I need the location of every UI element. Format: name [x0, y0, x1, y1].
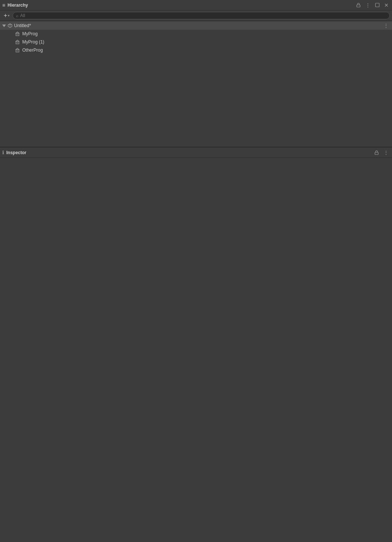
game-object-row[interactable]: MyProg — [0, 30, 392, 38]
game-object-name: MyProg (1) — [22, 39, 44, 45]
hierarchy-panel: ≡ Hierarchy ⋮ — [0, 0, 392, 147]
more-options-button[interactable]: ⋮ — [364, 2, 372, 9]
inspector-more-button[interactable]: ⋮ — [382, 149, 390, 156]
titlebar-left: ≡ Hierarchy — [2, 2, 28, 8]
search-icon: ⌕ — [16, 13, 19, 18]
scene-left: Untitled* — [2, 23, 31, 28]
cube-icon — [15, 39, 20, 45]
inspector-left: ℹ Inspector — [2, 150, 26, 155]
scene-name: Untitled* — [14, 23, 31, 28]
svg-marker-6 — [16, 32, 19, 33]
three-dots-icon: ⋮ — [365, 3, 370, 8]
game-object-row[interactable]: MyProg (1) — [0, 38, 392, 46]
svg-marker-13 — [16, 40, 19, 42]
scene-icon — [7, 23, 13, 28]
game-object-name: OtherProg — [22, 48, 43, 53]
search-box[interactable]: ⌕ — [13, 12, 390, 19]
three-dots-icon: ⋮ — [383, 150, 389, 155]
hierarchy-list: Untitled* ⋮ MyProg — [0, 21, 392, 147]
svg-rect-1 — [376, 3, 379, 7]
plus-icon: + — [4, 12, 7, 19]
expand-icon — [2, 25, 6, 27]
svg-rect-26 — [375, 152, 378, 155]
close-icon: ✕ — [384, 3, 389, 8]
hierarchy-toolbar: + ▾ ⌕ — [0, 10, 392, 21]
close-button[interactable]: ✕ — [383, 2, 390, 9]
game-object-name: MyProg — [22, 31, 37, 36]
inspector-panel: ℹ Inspector ⋮ — [0, 147, 392, 542]
minimize-button[interactable] — [374, 2, 381, 8]
svg-marker-20 — [16, 48, 19, 50]
add-button[interactable]: + ▾ — [2, 12, 11, 20]
hamburger-icon: ≡ — [2, 2, 5, 8]
scene-more-icon[interactable]: ⋮ — [382, 23, 390, 29]
game-object-row[interactable]: OtherProg — [0, 46, 392, 54]
inspector-titlebar: ℹ Inspector ⋮ — [0, 147, 392, 158]
hierarchy-title: Hierarchy — [7, 3, 28, 8]
hierarchy-titlebar: ≡ Hierarchy ⋮ — [0, 0, 392, 10]
cube-icon — [15, 31, 20, 36]
inspector-body — [0, 158, 392, 542]
inspector-lock-button[interactable] — [373, 149, 380, 156]
search-input[interactable] — [20, 13, 386, 18]
info-icon: ℹ — [2, 150, 4, 155]
lock-button[interactable] — [355, 2, 362, 8]
scene-row[interactable]: Untitled* ⋮ — [0, 22, 392, 30]
inspector-title: Inspector — [6, 150, 26, 155]
cube-icon — [15, 48, 20, 53]
titlebar-right: ⋮ ✕ — [355, 2, 390, 9]
inspector-right: ⋮ — [373, 149, 390, 156]
chevron-down-icon: ▾ — [8, 14, 10, 17]
svg-rect-0 — [357, 5, 360, 7]
